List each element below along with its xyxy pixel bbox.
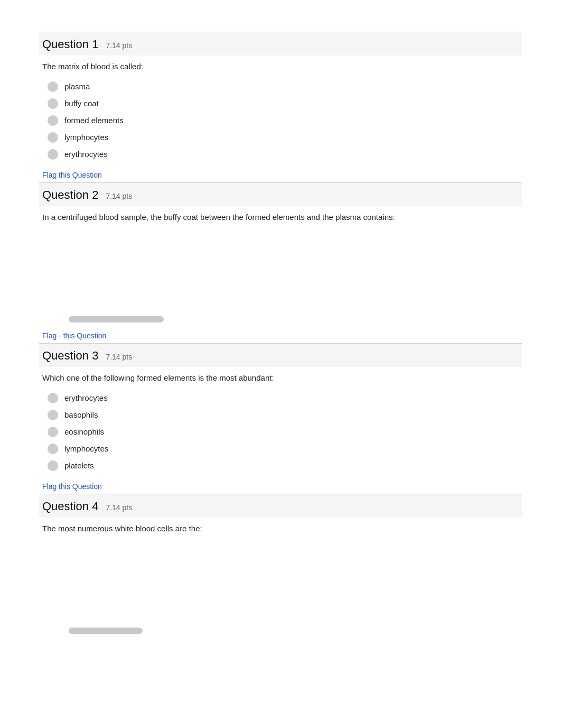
question-4-text: The most numerous white blood cells are … xyxy=(42,523,519,535)
list-item: formed elements xyxy=(48,115,519,126)
radio-button[interactable] xyxy=(48,132,58,143)
list-item: lymphocytes xyxy=(48,132,519,143)
question-block-1: Question 1 7.14 pts The matrix of blood … xyxy=(42,32,519,160)
question-2-title: Question 2 xyxy=(42,188,98,202)
radio-button[interactable] xyxy=(48,460,58,471)
answer-label[interactable]: platelets xyxy=(64,461,94,470)
answer-label[interactable]: basophils xyxy=(64,410,98,419)
radio-button[interactable] xyxy=(48,149,58,160)
question-1-options: plasma buffy coat formed elements lympho… xyxy=(48,81,519,160)
radio-button[interactable] xyxy=(48,427,58,437)
question-block-3: Question 3 7.14 pts Which one of the fol… xyxy=(42,343,519,471)
radio-button[interactable] xyxy=(48,81,58,92)
question-3-title: Question 3 xyxy=(42,349,98,363)
list-item: erythrocytes xyxy=(48,149,519,160)
answer-label[interactable]: erythrocytes xyxy=(64,150,108,159)
list-item: basophils xyxy=(48,410,519,420)
answer-label[interactable]: erythrocytes xyxy=(64,393,108,402)
question-4-scrollbar[interactable] xyxy=(69,628,143,634)
list-item: eosinophils xyxy=(48,427,519,437)
question-1-header: Question 1 7.14 pts xyxy=(39,32,522,56)
answer-label[interactable]: lymphocytes xyxy=(64,444,108,453)
radio-button[interactable] xyxy=(48,393,58,403)
flag-question-2-link[interactable]: Flag - this Question xyxy=(42,331,106,340)
radio-button[interactable] xyxy=(48,410,58,420)
question-4-answer-area xyxy=(42,543,519,617)
question-1-text: The matrix of blood is called: xyxy=(42,61,519,73)
list-item: erythrocytes xyxy=(48,393,519,403)
flag-question-1-link[interactable]: Flag this Question xyxy=(42,171,102,179)
answer-label[interactable]: plasma xyxy=(64,82,90,91)
question-3-pts: 7.14 pts xyxy=(106,353,132,361)
list-item: buffy coat xyxy=(48,98,519,109)
question-4-pts: 7.14 pts xyxy=(106,503,132,512)
list-item: lymphocytes xyxy=(48,444,519,454)
question-1-title: Question 1 xyxy=(42,38,98,51)
question-2-scrollbar[interactable] xyxy=(69,316,164,322)
radio-button[interactable] xyxy=(48,444,58,454)
question-3-text: Which one of the following formed elemen… xyxy=(42,372,519,384)
question-2-pts: 7.14 pts xyxy=(106,192,132,200)
answer-label[interactable]: lymphocytes xyxy=(64,133,108,142)
radio-button[interactable] xyxy=(48,98,58,109)
answer-label[interactable]: eosinophils xyxy=(64,427,104,436)
radio-button[interactable] xyxy=(48,115,58,126)
question-3-options: erythrocytes basophils eosinophils lymph… xyxy=(48,393,519,471)
question-4-title: Question 4 xyxy=(42,500,98,513)
question-3-header: Question 3 7.14 pts xyxy=(39,343,522,367)
list-item: platelets xyxy=(48,460,519,471)
list-item: plasma xyxy=(48,81,519,92)
answer-label[interactable]: buffy coat xyxy=(64,99,99,108)
question-block-2: Question 2 7.14 pts In a centrifuged blo… xyxy=(42,182,519,323)
question-2-header: Question 2 7.14 pts xyxy=(39,182,522,206)
question-block-4: Question 4 7.14 pts The most numerous wh… xyxy=(42,494,519,634)
answer-label[interactable]: formed elements xyxy=(64,116,124,125)
flag-question-3-link[interactable]: Flag this Question xyxy=(42,482,102,491)
question-2-answer-area xyxy=(42,232,519,306)
question-1-pts: 7.14 pts xyxy=(106,41,132,50)
question-2-text: In a centrifuged blood sample, the buffy… xyxy=(42,211,519,224)
question-4-header: Question 4 7.14 pts xyxy=(39,494,522,518)
